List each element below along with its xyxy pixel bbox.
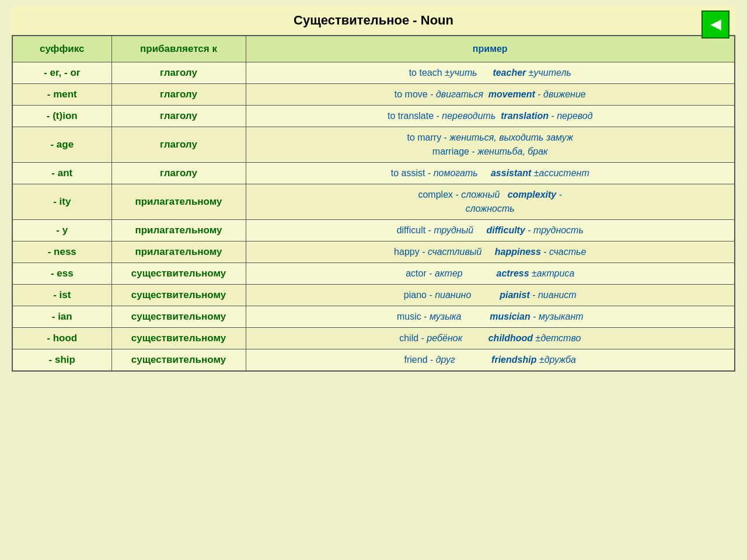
table-row: - shipсуществительномуfriend - друг frie… bbox=[12, 349, 735, 372]
header-suffix: суффикс bbox=[12, 36, 111, 62]
cell-suffix: - ity bbox=[12, 184, 111, 220]
cell-example: to translate - переводить translation - … bbox=[246, 106, 735, 127]
cell-added-to: глаголу bbox=[111, 163, 246, 184]
cell-suffix: - ess bbox=[12, 263, 111, 285]
table-row: - essсуществительномуactor - актер actre… bbox=[12, 263, 735, 285]
cell-example: piano - пианино pianist - пианист bbox=[246, 285, 735, 306]
table-row: - hoodсуществительномуchild - ребёнок ch… bbox=[12, 328, 735, 349]
table-row: - mentглаголуto move - двигаться movemen… bbox=[12, 84, 735, 106]
page-wrapper: Существительное - Noun ◀ суффикс прибавл… bbox=[12, 6, 735, 372]
header-example: пример bbox=[246, 36, 735, 62]
table-row: - er, - orглаголуto teach ±учить teacher… bbox=[12, 62, 735, 84]
cell-suffix: - ant bbox=[12, 163, 111, 184]
cell-added-to: глаголу bbox=[111, 127, 246, 163]
noun-table: суффикс прибавляется к пример - er, - or… bbox=[12, 35, 735, 372]
table-body: - er, - orглаголуto teach ±учить teacher… bbox=[12, 62, 735, 372]
cell-suffix: - er, - or bbox=[12, 62, 111, 84]
cell-suffix: - ness bbox=[12, 242, 111, 263]
cell-example: to assist - помогать assistant ±ассистен… bbox=[246, 163, 735, 184]
table-header-row: суффикс прибавляется к пример bbox=[12, 36, 735, 62]
cell-example: to teach ±учить teacher ±учитель bbox=[246, 62, 735, 84]
cell-example: to marry - жениться, выходить замужmarri… bbox=[246, 127, 735, 163]
cell-added-to: прилагательному bbox=[111, 242, 246, 263]
cell-example: music - музыка musician - музыкант bbox=[246, 306, 735, 328]
table-row: - nessприлагательномуhappy - счастливый … bbox=[12, 242, 735, 263]
cell-suffix: - hood bbox=[12, 328, 111, 349]
table-row: - ianсуществительномуmusic - музыка musi… bbox=[12, 306, 735, 328]
cell-example: happy - счастливый happiness - счастье bbox=[246, 242, 735, 263]
table-row: - istсуществительномуpiano - пианино pia… bbox=[12, 285, 735, 306]
cell-example: friend - друг friendship ±дружба bbox=[246, 349, 735, 372]
cell-added-to: существительному bbox=[111, 328, 246, 349]
nav-button[interactable]: ◀ bbox=[701, 10, 729, 38]
cell-suffix: - ship bbox=[12, 349, 111, 372]
cell-suffix: - ment bbox=[12, 84, 111, 106]
cell-suffix: - age bbox=[12, 127, 111, 163]
table-row: - yприлагательномуdifficult - трудный di… bbox=[12, 220, 735, 242]
cell-example: complex - сложный complexity -сложность bbox=[246, 184, 735, 220]
cell-suffix: - (t)ion bbox=[12, 106, 111, 127]
cell-added-to: глаголу bbox=[111, 62, 246, 84]
cell-added-to: существительному bbox=[111, 349, 246, 372]
cell-example: actor - актер actress ±актриса bbox=[246, 263, 735, 285]
cell-added-to: прилагательному bbox=[111, 184, 246, 220]
page-title: Существительное - Noun bbox=[294, 13, 453, 28]
cell-example: difficult - трудный difficulty - труднос… bbox=[246, 220, 735, 242]
cell-added-to: глаголу bbox=[111, 84, 246, 106]
header-added-to: прибавляется к bbox=[111, 36, 246, 62]
table-row: - ageглаголуto marry - жениться, выходит… bbox=[12, 127, 735, 163]
cell-added-to: существительному bbox=[111, 263, 246, 285]
cell-added-to: существительному bbox=[111, 306, 246, 328]
header: Существительное - Noun ◀ bbox=[12, 6, 735, 35]
cell-added-to: глаголу bbox=[111, 106, 246, 127]
table-row: - ityприлагательномуcomplex - сложный co… bbox=[12, 184, 735, 220]
cell-example: to move - двигаться movement - движение bbox=[246, 84, 735, 106]
table-row: - antглаголуto assist - помогать assista… bbox=[12, 163, 735, 184]
cell-added-to: существительному bbox=[111, 285, 246, 306]
table-row: - (t)ionглаголуto translate - переводить… bbox=[12, 106, 735, 127]
cell-added-to: прилагательному bbox=[111, 220, 246, 242]
cell-example: child - ребёнок childhood ±детство bbox=[246, 328, 735, 349]
cell-suffix: - y bbox=[12, 220, 111, 242]
cell-suffix: - ian bbox=[12, 306, 111, 328]
cell-suffix: - ist bbox=[12, 285, 111, 306]
